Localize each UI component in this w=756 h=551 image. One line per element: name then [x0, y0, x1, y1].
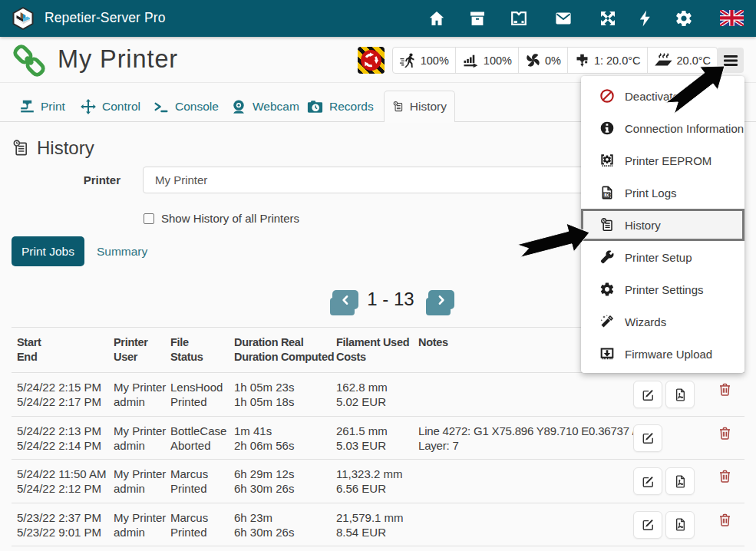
menu-item-label: Wizards	[625, 315, 666, 328]
history-doc-clock-icon	[392, 98, 404, 115]
cell-delete	[718, 503, 744, 546]
delete-job-button[interactable]	[718, 467, 732, 483]
trash-icon	[718, 469, 732, 483]
cell-file-status: MarcusPrinted	[165, 503, 229, 546]
cell-delete	[718, 416, 744, 460]
repetier-logo[interactable]	[12, 7, 35, 30]
tab-webcam[interactable]: Webcam	[223, 91, 307, 122]
menu-item-label: Printer Settings	[625, 283, 704, 296]
webcam-icon	[230, 98, 247, 115]
status-fan[interactable]: 0%	[519, 48, 568, 73]
settings-gear-icon	[599, 282, 615, 297]
tab-console[interactable]: Console	[145, 91, 226, 122]
cell-notes	[413, 460, 633, 503]
cell-start-end: 5/23/22 2:37 PM5/23/22 9:01 PM	[12, 503, 108, 546]
emergency-stop-button[interactable]	[358, 47, 385, 74]
terminal-prompt-icon	[153, 98, 170, 115]
menu-item-connection-information[interactable]: Connection Information	[581, 112, 744, 144]
print-nozzle-icon	[19, 98, 35, 114]
cell-filament-costs: 162.8 mm5.02 EUR	[331, 373, 413, 417]
menu-item-firmware-upload[interactable]: Firmware Upload	[581, 338, 744, 370]
info-icon	[599, 120, 615, 136]
edit-note-button[interactable]	[633, 467, 662, 495]
cell-filament-costs: 21,579.1 mm8.54 EUR	[331, 503, 413, 546]
pdf-report-button[interactable]	[665, 467, 695, 495]
pdf-report-button[interactable]	[665, 381, 695, 408]
col-header-filament-costs: Filament UsedCosts	[331, 328, 413, 373]
edit-note-button[interactable]	[633, 381, 662, 408]
home-icon[interactable]	[428, 9, 446, 28]
history-section-title: History	[12, 137, 94, 159]
menu-item-deactivate[interactable]: Deactivate	[581, 80, 744, 112]
tab-history-label: History	[410, 100, 447, 114]
wrench-icon	[599, 249, 615, 265]
pdf-file-icon	[673, 474, 688, 489]
cell-file-status: LensHoodPrinted	[165, 373, 229, 417]
menu-item-printer-settings[interactable]: Printer Settings	[581, 273, 744, 305]
messages-icon[interactable]	[554, 9, 573, 28]
edit-pencil-icon	[641, 388, 655, 402]
delete-job-button[interactable]	[718, 424, 732, 440]
printer-status-bar: 100% 100% 0% 1: 20.0	[392, 47, 718, 74]
printer-name-title: My Printer	[58, 45, 178, 74]
col-header-duration: Duration RealDuration Computed	[229, 328, 331, 373]
tab-history[interactable]: History	[384, 91, 455, 122]
cell-delete	[718, 460, 744, 503]
menu-item-history[interactable]: History	[581, 209, 744, 241]
move-arrows-icon	[80, 98, 97, 115]
history-row-4: 5/23/22 2:37 PM5/23/22 9:01 PM My Printe…	[12, 503, 744, 546]
menu-item-printer-eeprom[interactable]: Printer EEPROM	[581, 144, 744, 177]
edit-pencil-icon	[641, 517, 655, 532]
eeprom-chip-icon	[599, 153, 615, 168]
history-row-3: 5/24/22 11:50 AM5/24/22 2:12 PM My Print…	[12, 460, 744, 503]
cell-delete	[718, 373, 744, 417]
edit-note-button[interactable]	[633, 424, 662, 452]
quick-commands-bolt-icon[interactable]	[636, 9, 655, 28]
cell-actions	[633, 503, 718, 546]
pdf-report-button[interactable]	[665, 511, 695, 539]
history-icon	[599, 217, 615, 233]
status-extruder-temp[interactable]: 1: 20.0°C	[568, 48, 648, 73]
records-camera-icon	[306, 97, 324, 115]
fullscreen-icon[interactable]	[599, 9, 617, 28]
menu-item-print-logs[interactable]: LOG Print Logs	[581, 177, 744, 209]
status-bed-temp[interactable]: 20.0°C	[648, 48, 718, 73]
global-settings-gear-icon[interactable]	[675, 9, 693, 28]
delete-job-button[interactable]	[718, 380, 732, 397]
cell-duration: 1h 05m 23s1h 05m 18s	[229, 373, 331, 417]
fan-value: 0%	[545, 54, 561, 67]
cell-actions	[633, 416, 718, 460]
cell-duration: 1m 41s2h 06m 56s	[229, 416, 331, 460]
projects-box-icon[interactable]	[468, 9, 487, 28]
tab-control[interactable]: Control	[72, 91, 148, 122]
pagination-next-button[interactable]	[428, 290, 454, 309]
edit-note-button[interactable]	[633, 511, 662, 539]
tab-print-label: Print	[41, 100, 65, 114]
show-all-printers-checkbox[interactable]	[144, 213, 154, 224]
tab-webcam-label: Webcam	[253, 100, 299, 114]
cell-actions	[633, 460, 718, 503]
bed-temp-value: 20.0°C	[677, 54, 711, 67]
col-header-start-end: StartEnd	[12, 328, 108, 373]
cell-start-end: 5/24/22 2:13 PM5/24/22 2:14 PM	[12, 416, 108, 460]
language-flag-uk-icon[interactable]	[720, 10, 744, 27]
cell-actions	[633, 373, 718, 417]
summary-button[interactable]: Summary	[84, 236, 160, 266]
printer-list-icon[interactable]	[510, 9, 528, 28]
menu-item-printer-setup[interactable]: Printer Setup	[581, 241, 744, 273]
cell-printer-user: My Printeradmin	[108, 416, 165, 460]
delete-job-button[interactable]	[718, 510, 732, 527]
cell-start-end: 5/24/22 11:50 AM5/24/22 2:12 PM	[12, 460, 108, 503]
top-navigation-bar: Repetier-Server Pro	[0, 0, 756, 37]
cell-printer-user: My Printeradmin	[108, 503, 165, 546]
history-doc-clock-icon	[12, 139, 30, 157]
status-feedrate[interactable]: 100%	[393, 48, 456, 73]
show-all-printers-row: Show History of all Printers	[144, 212, 299, 225]
menu-item-wizards[interactable]: Wizards	[581, 305, 744, 338]
status-flow[interactable]: 100%	[456, 48, 519, 73]
tab-records[interactable]: Records	[299, 91, 381, 122]
print-jobs-button[interactable]: Print Jobs	[12, 236, 84, 266]
view-switch-buttons: Print Jobs Summary	[12, 236, 160, 266]
tab-print[interactable]: Print	[12, 91, 73, 122]
printer-menu-button[interactable]	[717, 48, 744, 73]
